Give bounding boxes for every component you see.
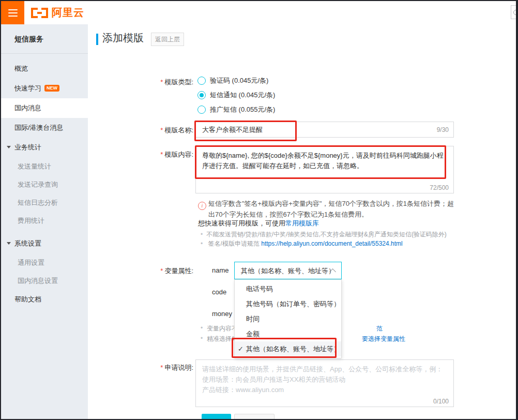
variable-name-select[interactable]: 其他（如名称、账号、地址等） bbox=[234, 262, 342, 279]
sidebar-item-label: 快速学习 bbox=[14, 84, 41, 92]
template-content-textarea[interactable]: 尊敬的${name}, 您的${code}余额不足${money}元，请及时前往… bbox=[195, 146, 454, 193]
bullet-icon bbox=[201, 324, 203, 332]
caret-down-icon bbox=[7, 242, 11, 245]
radio-label: 验证码 (0.045元/条) bbox=[210, 76, 268, 85]
template-name-field: 9/30 bbox=[195, 122, 454, 138]
template-name-counter: 9/30 bbox=[437, 126, 449, 133]
radio-option-verification-code[interactable]: 验证码 (0.045元/条) bbox=[197, 76, 268, 85]
sidebar-item-send-volume-stats[interactable]: 发送量统计 bbox=[1, 157, 88, 175]
aliyun-logo-icon bbox=[31, 8, 48, 18]
back-button[interactable]: 返回上层 bbox=[151, 33, 184, 46]
template-name-label: *模版名称: bbox=[88, 126, 193, 135]
variable-note1-fragment: 变量内容不 bbox=[207, 324, 234, 333]
cancel-button[interactable] bbox=[234, 414, 275, 419]
dropdown-option-phone[interactable]: 电话号码 bbox=[235, 281, 341, 296]
bullet-icon bbox=[201, 335, 203, 342]
template-name-input[interactable] bbox=[195, 122, 454, 138]
required-asterisk: * bbox=[160, 364, 163, 371]
title-accent-bar bbox=[96, 34, 98, 45]
sidebar-item-overview[interactable]: 概览 bbox=[1, 59, 88, 79]
spec-note-text: 签名/模版申请规范 bbox=[208, 240, 262, 247]
dropdown-option-time[interactable]: 时间 bbox=[235, 311, 341, 326]
application-desc-textarea[interactable] bbox=[195, 359, 454, 407]
dropdown-option-other-selected[interactable]: 其他（如名称、账号、地址等） bbox=[235, 341, 341, 356]
radio-label: 短信通知 (0.045元/条) bbox=[210, 91, 275, 100]
page-title: 添加模版 bbox=[102, 31, 144, 45]
required-asterisk: * bbox=[160, 151, 163, 158]
label-text: 申请说明: bbox=[164, 364, 193, 371]
spec-doc-link[interactable]: https://help.aliyun.com/document_detail/… bbox=[261, 240, 403, 247]
brand-name: 阿里云 bbox=[52, 6, 84, 20]
sidebar-group-system-settings[interactable]: 系统设置 bbox=[1, 234, 88, 253]
top-header: 阿里云 bbox=[1, 1, 516, 24]
sidebar-item-quick-learn[interactable]: 快速学习NEW bbox=[1, 79, 88, 98]
template-content-label: *模版内容: bbox=[88, 150, 193, 159]
dropdown-option-other-number[interactable]: 其他号码（如订单号、密码等） bbox=[235, 296, 341, 311]
sidebar-item-fee-stats[interactable]: 费用统计 bbox=[1, 212, 88, 230]
variable-money-label: money bbox=[212, 310, 232, 318]
dropdown-option-amount[interactable]: 金额 bbox=[235, 326, 341, 341]
common-template-library-link[interactable]: 常用模版库 bbox=[285, 219, 319, 227]
fee-note: 短信字数含"签名+模版内容+变量内容"，短信70个字数含以内，按1条短信计费；超… bbox=[208, 198, 455, 220]
application-desc-counter: 0/100 bbox=[433, 398, 449, 405]
required-asterisk: * bbox=[160, 126, 163, 134]
variable-code-label: code bbox=[212, 288, 226, 296]
restriction-note: 不能发送营销/贷款/借款/中奖/抽奖类短信,不支持金融理财&房产通知类短信(验证… bbox=[201, 230, 447, 239]
sidebar-item-help-docs[interactable]: 帮助文档 bbox=[1, 290, 88, 309]
variable-note2-fragment: 精准选择对 bbox=[207, 335, 234, 343]
sidebar-group-business-stats[interactable]: 业务统计 bbox=[1, 138, 88, 157]
sidebar-group-label: 系统设置 bbox=[14, 239, 41, 247]
template-content-field: 尊敬的${name}, 您的${code}余额不足${money}元，请及时前往… bbox=[195, 146, 454, 196]
radio-icon[interactable] bbox=[197, 77, 206, 85]
label-text: 变量属性: bbox=[164, 267, 193, 275]
why-choose-attr-link-fragment[interactable]: 要选择变量属性 bbox=[362, 335, 405, 343]
sidebar-item-sms-log-analysis[interactable]: 短信日志分析 bbox=[1, 193, 88, 212]
variable-attributes-label: *变量属性: bbox=[88, 266, 193, 276]
spec-note: 签名/模版申请规范 https://help.aliyun.com/docume… bbox=[201, 239, 403, 248]
screen: 阿里云 短信服务 概览 快速学习NEW 国内消息 国际/港澳台消息 业务统计 发… bbox=[1, 1, 516, 419]
search-icon bbox=[513, 10, 516, 15]
label-text: 模版名称: bbox=[164, 126, 193, 134]
selected-option-text: 其他（如名称、账号、地址等） bbox=[241, 266, 335, 276]
aliyun-logo[interactable]: 阿里云 bbox=[31, 1, 84, 24]
variable-name-label: name bbox=[212, 266, 229, 274]
window-frame: 阿里云 短信服务 概览 快速学习NEW 国内消息 国际/港澳台消息 业务统计 发… bbox=[0, 0, 518, 420]
variable-attribute-dropdown: 电话号码 其他号码（如订单号、密码等） 时间 金额 其他（如名称、账号、地址等） bbox=[234, 279, 342, 358]
radio-icon[interactable] bbox=[197, 106, 206, 114]
quick-template-line: 想快速获得可用模版，可使用常用模版库 bbox=[198, 219, 319, 228]
radio-checked-icon[interactable] bbox=[197, 91, 206, 99]
label-text: 模版内容: bbox=[164, 151, 193, 158]
submit-button[interactable] bbox=[202, 414, 231, 419]
sidebar-item-general-settings[interactable]: 通用设置 bbox=[1, 253, 88, 272]
template-content-counter: 72/500 bbox=[430, 184, 449, 191]
sidebar-item-send-record-query[interactable]: 发送记录查询 bbox=[1, 175, 88, 193]
main-content: 添加模版 返回上层 *模版类型: 验证码 (0.045元/条) 短信通知 (0.… bbox=[88, 24, 516, 419]
sidebar-title: 短信服务 bbox=[1, 24, 88, 54]
template-type-label: *模版类型: bbox=[88, 78, 193, 87]
sidebar-item-domestic-messages[interactable]: 国内消息 bbox=[1, 98, 88, 118]
application-desc-field: 0/100 bbox=[195, 359, 454, 409]
sidebar-menu: 概览 快速学习NEW 国内消息 国际/港澳台消息 业务统计 发送量统计 发送记录… bbox=[1, 54, 88, 309]
header-search-partial[interactable] bbox=[511, 5, 516, 19]
application-desc-label: *申请说明: bbox=[88, 363, 193, 372]
sidebar-item-domestic-msg-settings[interactable]: 国内消息设置 bbox=[1, 272, 88, 290]
radio-option-sms-notification[interactable]: 短信通知 (0.045元/条) bbox=[197, 91, 275, 100]
caret-down-icon bbox=[7, 146, 11, 148]
sidebar-item-intl-messages[interactable]: 国际/港澳台消息 bbox=[1, 118, 88, 138]
label-text: 模版类型: bbox=[164, 78, 193, 86]
sidebar-group-label: 业务统计 bbox=[14, 143, 41, 151]
required-asterisk: * bbox=[160, 267, 163, 275]
info-icon bbox=[198, 202, 206, 210]
variable-spec-link-fragment[interactable]: 范 bbox=[376, 324, 383, 333]
required-asterisk: * bbox=[160, 78, 163, 86]
hamburger-menu-icon[interactable] bbox=[1, 1, 24, 24]
radio-label: 推广短信 (0.055元/条) bbox=[210, 105, 275, 114]
radio-option-promo-sms[interactable]: 推广短信 (0.055元/条) bbox=[197, 105, 275, 114]
quick-template-text: 想快速获得可用模版，可使用 bbox=[198, 219, 285, 227]
new-badge: NEW bbox=[44, 85, 59, 92]
sidebar: 短信服务 概览 快速学习NEW 国内消息 国际/港澳台消息 业务统计 发送量统计… bbox=[1, 24, 88, 419]
